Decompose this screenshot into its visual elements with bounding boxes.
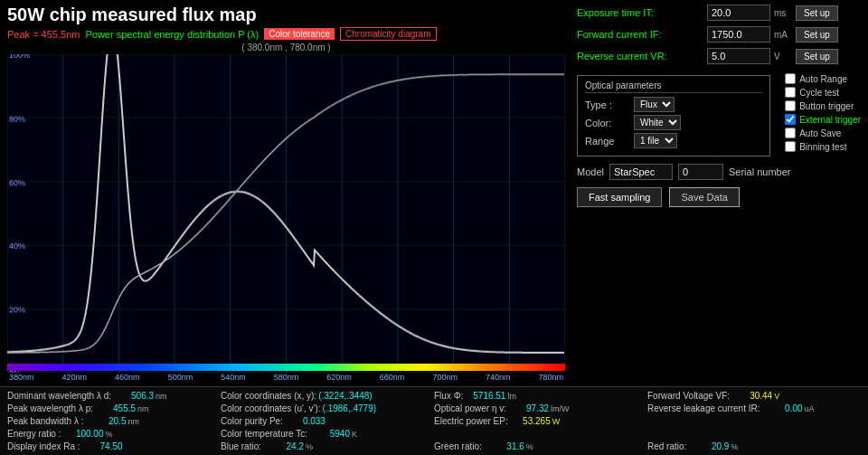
reverse-leakage-value: 0.00 (762, 403, 803, 413)
button-trigger-row: Button trigger (785, 100, 861, 111)
bottom-data: Dominant wavelength λ d: 506.3 nm Color … (0, 386, 868, 455)
peak-wavelength-label: Peak wavelength λ p: (7, 403, 93, 413)
optical-color-row: Color: White (585, 115, 762, 130)
peak-bandwidth-unit: nm (128, 417, 140, 426)
binning-test-checkbox[interactable] (785, 141, 796, 152)
forward-voltage-label: Forward Voltage VF: (647, 391, 730, 401)
exposure-setup-button[interactable]: Set up (796, 5, 838, 21)
fast-sampling-button[interactable]: Fast sampling (577, 187, 662, 207)
reverse-current-row: Reverse current VR: V Set up (577, 48, 861, 64)
reverse-current-label: Reverse current VR: (577, 51, 703, 62)
data-row-5: Display index Ra : 74.50 Blue ratio: 24.… (7, 441, 861, 451)
optical-type-select[interactable]: Flux (634, 97, 675, 112)
optical-range-select[interactable]: 1 file (634, 133, 677, 148)
button-trigger-checkbox[interactable] (785, 100, 796, 111)
color-purity-value: 0.033 (285, 416, 326, 426)
checkbox-panel: Auto Range Cycle test Button trigger Ext… (785, 73, 861, 156)
energy-ratio-label: Energy ratio : (7, 429, 61, 439)
peak-bandwidth-cell: Peak bandwidth λ : 20.5 nm (7, 416, 221, 426)
forward-current-label: Forward current IF: (577, 29, 703, 40)
peak-wavelength-value: 455.5 (95, 403, 136, 413)
data-row-3: Peak bandwidth λ : 20.5 nm Color purity … (7, 416, 861, 426)
x-label-460: 460nm (115, 373, 140, 382)
color-purity-label: Color purity Pe: (221, 416, 283, 426)
dominant-wavelength-value: 506.3 (113, 391, 154, 401)
dominant-wavelength-label: Dominant wavelength λ d: (7, 391, 111, 401)
optical-type-label: Type : (585, 100, 630, 110)
forward-current-unit: mA (774, 30, 792, 40)
green-ratio-cell: Green ratio: 31.6 % (434, 441, 647, 451)
peak-bandwidth-label: Peak bandwidth λ : (7, 416, 84, 426)
forward-voltage-cell: Forward Voltage VF: 30.44 V (647, 391, 861, 401)
color-purity-cell: Color purity Pe: 0.033 (221, 416, 434, 426)
color-tolerance-button[interactable]: Color tolerance (264, 28, 335, 40)
red-ratio-cell: Red ratio: 20.9 % (647, 441, 861, 451)
green-ratio-value: 31.6 (484, 441, 524, 451)
red-ratio-value: 20.9 (688, 441, 729, 451)
exposure-label: Exposure time IT: (577, 7, 703, 18)
chromaticity-button[interactable]: Chromaticity diagram (340, 27, 436, 41)
peak-label: Peak = 455.5nm (7, 29, 80, 40)
auto-save-row: Auto Save (785, 128, 861, 138)
optical-type-row: Type : Flux (585, 97, 762, 112)
spectrum-chart (7, 54, 565, 373)
optical-power-unit: lm/W (551, 404, 570, 413)
external-trigger-row: External trigger (785, 114, 861, 125)
flux-label: Flux Φ: (434, 391, 463, 401)
optical-params-title: Optical parameters (585, 81, 762, 93)
serial-label: Serial number (729, 166, 790, 177)
optical-color-select[interactable]: White (634, 115, 681, 130)
auto-save-checkbox[interactable] (785, 128, 796, 138)
model-input[interactable] (609, 164, 673, 180)
peak-wavelength-cell: Peak wavelength λ p: 455.5 nm (7, 403, 221, 413)
top-section: 50W chip measured flux map Peak = 455.5n… (0, 0, 868, 386)
auto-range-row: Auto Range (785, 73, 861, 84)
cycle-test-checkbox[interactable] (785, 87, 796, 98)
reverse-current-setup-button[interactable]: Set up (796, 49, 838, 64)
binning-test-row: Binning test (785, 141, 861, 152)
display-index-cell: Display index Ra : 74.50 (7, 441, 221, 451)
forward-current-setup-button[interactable]: Set up (796, 27, 838, 43)
exposure-input[interactable] (707, 5, 770, 21)
exposure-unit: ms (774, 8, 792, 18)
color-temp-unit: K (352, 430, 357, 439)
electric-power-label: Electric power EP: (434, 416, 508, 426)
reverse-current-unit: V (774, 52, 792, 62)
electric-power-value: 53.265 (510, 416, 551, 426)
color-temp-label: Color temperature Tc: (221, 429, 307, 439)
optical-power-label: Optical power η v: (434, 403, 506, 413)
reverse-current-input[interactable] (707, 48, 770, 64)
x-label-500: 500nm (168, 373, 193, 382)
red-ratio-unit: % (731, 442, 738, 451)
exposure-row: Exposure time IT: ms Set up (577, 5, 861, 21)
color-coords-uv-value: (.1986,.4779) (323, 403, 377, 413)
green-ratio-label: Green ratio: (434, 441, 482, 451)
peak-wavelength-unit: nm (137, 404, 149, 413)
optical-power-value: 97.32 (508, 403, 549, 413)
optical-color-label: Color: (585, 118, 630, 128)
auto-save-label: Auto Save (799, 128, 841, 138)
color-coords-cell: Color coordinates (x, y): (.3224,.3448) (221, 391, 434, 401)
model-label: Model (577, 166, 604, 177)
data-row-4: Energy ratio : 100.00 % Color temperatur… (7, 429, 861, 439)
x-label-780: 780nm (538, 373, 563, 382)
peak-bandwidth-value: 20.5 (86, 416, 127, 426)
auto-range-checkbox[interactable] (785, 73, 796, 84)
x-label-660: 660nm (380, 373, 405, 382)
energy-ratio-value: 100.00 (62, 429, 103, 439)
x-label-580: 580nm (274, 373, 299, 382)
data-row-2: Peak wavelength λ p: 455.5 nm Color coor… (7, 403, 861, 413)
binning-test-label: Binning test (799, 142, 846, 152)
serial-input[interactable] (678, 164, 723, 180)
forward-current-input[interactable] (707, 26, 770, 43)
electric-power-unit: W (552, 417, 561, 426)
action-buttons: Fast sampling Save Data (577, 187, 861, 207)
red-ratio-label: Red ratio: (647, 441, 686, 451)
external-trigger-checkbox[interactable] (785, 114, 796, 125)
reverse-leakage-cell: Reverse leakage current IR: 0.00 uA (647, 403, 861, 413)
display-index-value: 74.50 (82, 441, 123, 451)
chart-area: 50W chip measured flux map Peak = 455.5n… (0, 0, 570, 386)
save-data-button[interactable]: Save Data (669, 187, 739, 207)
flux-value: 5716.51 (465, 391, 505, 401)
blue-ratio-unit: % (306, 442, 313, 451)
